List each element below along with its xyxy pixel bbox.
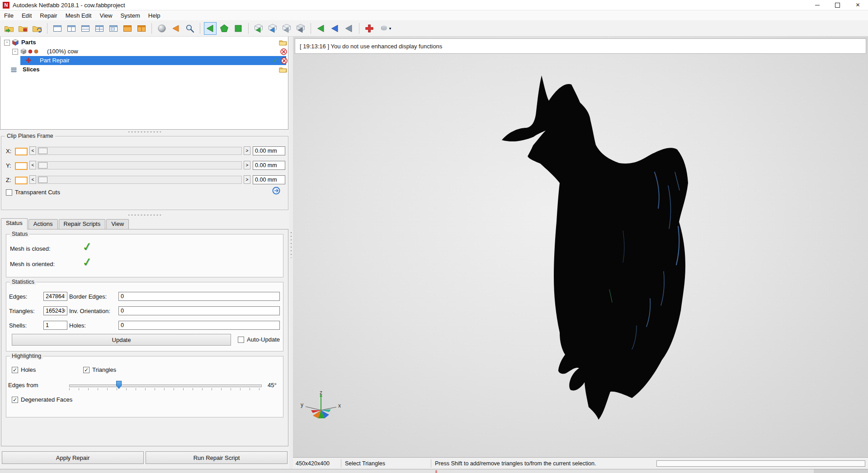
highlighting-groupbox: Highlighting ✓ Holes ✓ Triangles Edges f… [6,356,283,417]
clip-z-value-field[interactable] [253,175,285,184]
border-edges-field[interactable] [118,292,280,301]
clip-y-decrement-button[interactable]: < [29,161,36,169]
triangles-highlight-label: Triangles [92,366,116,373]
platform-menu-button[interactable]: ▾ [377,22,394,35]
open-project-button[interactable] [3,22,15,35]
expander-icon[interactable]: − [12,49,18,55]
triangles-field[interactable] [43,306,67,315]
load-folder-icon[interactable] [279,39,287,46]
tab-actions[interactable]: Actions [28,219,58,229]
cube-select-green-button[interactable] [252,22,265,35]
apply-check-icon[interactable]: ✓ [273,56,278,64]
apply-repair-button[interactable]: Apply Repair [2,451,144,464]
menu-view[interactable]: View [95,12,116,19]
minimize-button[interactable] [807,0,827,10]
holes-checkbox[interactable]: ✓ [12,367,18,373]
new-view-inner-button[interactable] [107,22,120,35]
clip-plane-color-swatch[interactable] [15,177,28,184]
triangle-blue-button[interactable] [329,22,341,35]
close-button[interactable]: ✕ [848,0,868,10]
tab-status[interactable]: Status [1,218,28,229]
open-project-icon [4,23,14,33]
clip-x-value-field[interactable] [253,146,285,155]
cow-mesh-render [293,37,868,457]
shells-field[interactable] [43,321,67,330]
select-polygon-button[interactable] [218,22,231,35]
import-part-button[interactable] [31,22,43,35]
inv-orientation-label: Inv. Orientation: [69,308,110,314]
menu-help[interactable]: Help [144,12,165,19]
clip-y-increment-button[interactable]: > [244,161,250,169]
tab-repair-scripts[interactable]: Repair Scripts [59,219,106,229]
splitter-grip [290,231,292,258]
auto-update-checkbox[interactable] [238,337,244,343]
menu-mesh-edit[interactable]: Mesh Edit [61,12,96,19]
clip-z-slider[interactable] [38,176,242,184]
cube-select-blue-button[interactable] [266,22,279,35]
reset-clip-icon[interactable] [272,186,281,195]
load-slices-folder-icon[interactable] [279,66,287,73]
tree-row-parts[interactable]: − Parts [0,38,288,47]
toolbar-separator [248,23,249,34]
clip-x-decrement-button[interactable]: < [29,146,36,155]
holes-count-field[interactable] [118,321,280,330]
degenerated-faces-checkbox[interactable]: ✓ [12,397,18,403]
parts-cube-icon [12,39,19,46]
tree-row-part-repair[interactable]: Part Repair ✓ [0,56,288,65]
menu-system[interactable]: System [116,12,144,19]
new-view-quad-button[interactable] [93,22,106,35]
vertical-splitter[interactable] [289,37,293,469]
transparent-cuts-checkbox[interactable] [6,189,12,196]
select-triangles-button[interactable] [204,22,217,35]
triangle-green-button[interactable] [315,22,327,35]
clip-row-z: Z: < > [6,175,284,185]
expander-icon[interactable]: − [4,40,10,46]
horizontal-splitter[interactable] [0,213,289,217]
clip-y-slider-thumb[interactable] [38,162,47,169]
chevron-down-icon: ▾ [389,26,392,31]
edges-angle-slider[interactable] [69,384,262,387]
update-button[interactable]: Update [12,334,231,346]
cube-select-green-icon [254,23,264,33]
platform-view-button[interactable] [121,22,134,35]
new-view-hsplit-button[interactable] [79,22,92,35]
tree-row-cow[interactable]: − (100%) cow [0,47,288,56]
tab-view[interactable]: View [106,219,129,229]
clip-x-slider[interactable] [38,147,242,155]
cube-select-slate-button[interactable] [294,22,307,35]
clip-plane-color-swatch[interactable] [15,148,28,155]
triangle-slate-button[interactable] [343,22,355,35]
clip-y-value-field[interactable] [253,161,285,170]
clip-y-slider[interactable] [38,161,242,169]
triangles-checkbox[interactable]: ✓ [83,367,90,373]
select-rectangle-button[interactable] [232,22,245,35]
inv-orientation-field[interactable] [118,306,280,315]
menu-file[interactable]: File [0,12,18,19]
repair-part-button[interactable] [363,22,376,35]
maximize-button[interactable] [827,0,848,10]
clip-z-slider-thumb[interactable] [38,177,47,183]
new-view-inner-icon [108,23,118,33]
open-part-button[interactable] [17,22,29,35]
cube-select-gray-button[interactable] [280,22,293,35]
back-view-button[interactable] [170,22,182,35]
clip-x-slider-thumb[interactable] [38,148,47,154]
edges-field[interactable] [43,292,67,301]
platform-view-alt-button[interactable] [135,22,148,35]
clip-z-decrement-button[interactable]: < [29,175,36,184]
shaded-view-button[interactable] [156,22,168,35]
tree-row-slices[interactable]: Slices [0,65,288,74]
menu-edit[interactable]: Edit [18,12,36,19]
clip-z-increment-button[interactable]: > [244,175,250,184]
remove-part-icon[interactable] [280,48,287,55]
new-view-button[interactable] [51,22,64,35]
run-repair-script-button[interactable]: Run Repair Script [146,451,288,464]
clip-plane-color-swatch[interactable] [15,162,28,170]
zoom-button[interactable] [184,22,196,35]
scene-3d[interactable]: z y x [293,37,868,457]
slices-icon [10,66,17,73]
new-view-vsplit-button[interactable] [65,22,78,35]
clip-x-increment-button[interactable]: > [244,146,250,155]
cancel-repair-icon[interactable] [281,57,288,64]
menu-repair[interactable]: Repair [36,12,61,19]
